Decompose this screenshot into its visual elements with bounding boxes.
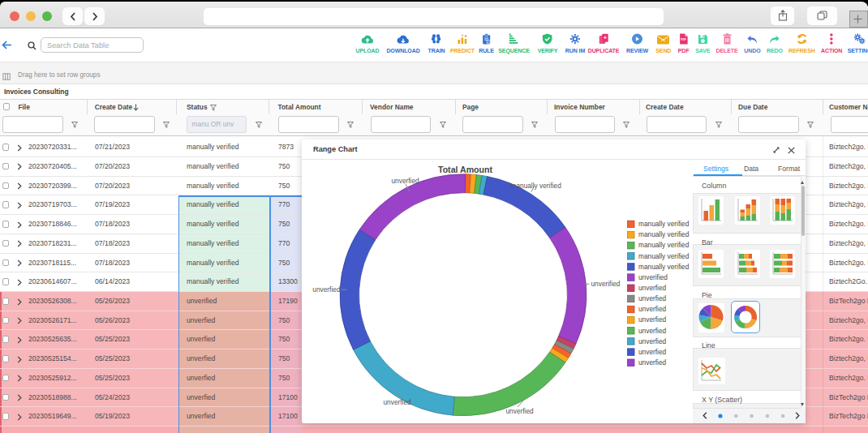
- svg-text:unverfied: unverfied: [638, 327, 667, 335]
- svg-text:Total Amount: Total Amount: [438, 165, 493, 174]
- svg-text:unverfied: unverfied: [638, 348, 667, 356]
- svg-text:manually verified: manually verified: [638, 230, 690, 238]
- svg-text:manually verified: manually verified: [511, 182, 562, 190]
- svg-text:unverfied: unverfied: [638, 294, 667, 302]
- svg-text:unverfied: unverfied: [638, 305, 667, 313]
- svg-text:unverified: unverified: [591, 280, 621, 288]
- svg-text:unverified: unverified: [638, 273, 668, 281]
- svg-text:unverfied: unverfied: [506, 407, 535, 415]
- svg-text:manually verified: manually verified: [638, 252, 690, 260]
- svg-text:unverfied: unverfied: [312, 285, 341, 294]
- svg-text:unverfied: unverfied: [638, 337, 667, 345]
- svg-text:unverfied: unverfied: [384, 398, 412, 406]
- svg-text:manually verified: manually verified: [638, 241, 690, 249]
- svg-text:PDF: PDF: [681, 38, 686, 41]
- svg-text:manually verified: manually verified: [638, 220, 690, 228]
- svg-text:unverfied: unverfied: [638, 358, 667, 367]
- svg-text:manually verified: manually verified: [638, 263, 690, 271]
- svg-text:unverfied: unverfied: [638, 284, 667, 292]
- svg-text:unverfied: unverfied: [638, 315, 667, 324]
- svg-text:unverfied: unverfied: [392, 177, 420, 185]
